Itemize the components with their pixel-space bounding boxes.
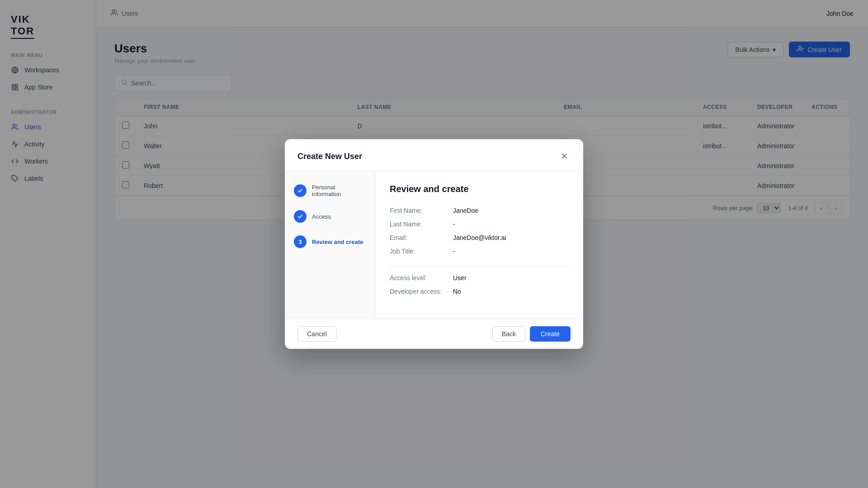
step-number-review: 3 — [298, 239, 302, 245]
step-circle-personal — [294, 184, 307, 197]
create-user-modal: Create New User ✕ Personal information — [285, 139, 583, 349]
create-button[interactable]: Create — [530, 326, 571, 342]
modal-header: Create New User ✕ — [285, 139, 583, 171]
modal-footer: Cancel Back Create — [285, 319, 583, 349]
review-label-accesslevel: Access level: — [390, 274, 453, 282]
cancel-button[interactable]: Cancel — [297, 326, 336, 342]
modal-overlay[interactable]: Create New User ✕ Personal information — [0, 0, 868, 488]
step-circle-access — [294, 210, 307, 223]
review-row-email: Email: JaneDoe@viktor.ai — [390, 234, 569, 241]
review-title: Review and create — [390, 184, 569, 194]
review-label-developeraccess: Developer access: — [390, 288, 453, 295]
review-personal-section: First Name: JaneDoe Last Name: - Email: … — [390, 207, 569, 255]
modal-close-button[interactable]: ✕ — [558, 150, 571, 163]
review-value-email: JaneDoe@viktor.ai — [453, 234, 506, 241]
review-row-lastname: Last Name: - — [390, 221, 569, 228]
review-divider — [390, 266, 569, 266]
review-value-accesslevel: User — [453, 274, 467, 282]
review-value-lastname: - — [453, 221, 455, 228]
step-access[interactable]: Access — [294, 210, 366, 223]
close-icon: ✕ — [561, 151, 568, 162]
step-label-access: Access — [312, 213, 331, 220]
step-personal[interactable]: Personal information — [294, 184, 366, 197]
step-label-personal: Personal information — [312, 184, 366, 197]
review-access-section: Access level: User Developer access: No — [390, 274, 569, 295]
review-row-accesslevel: Access level: User — [390, 274, 569, 282]
review-label-email: Email: — [390, 234, 453, 241]
modal-steps: Personal information Access 3 Review and… — [285, 171, 375, 319]
review-label-jobtitle: Job Title: — [390, 248, 453, 255]
step-circle-review: 3 — [294, 235, 307, 248]
step-review[interactable]: 3 Review and create — [294, 235, 366, 248]
modal-review-content: Review and create First Name: JaneDoe La… — [375, 171, 583, 319]
review-row-developeraccess: Developer access: No — [390, 288, 569, 295]
review-row-firstname: First Name: JaneDoe — [390, 207, 569, 214]
review-label-firstname: First Name: — [390, 207, 453, 214]
review-label-lastname: Last Name: — [390, 221, 453, 228]
modal-body: Personal information Access 3 Review and… — [285, 171, 583, 319]
review-value-firstname: JaneDoe — [453, 207, 478, 214]
modal-title: Create New User — [297, 152, 362, 161]
review-row-jobtitle: Job Title: - — [390, 248, 569, 255]
step-label-review: Review and create — [312, 239, 363, 245]
footer-right: Back Create — [492, 326, 571, 342]
review-value-jobtitle: - — [453, 248, 455, 255]
review-value-developeraccess: No — [453, 288, 461, 295]
back-button[interactable]: Back — [492, 326, 525, 342]
